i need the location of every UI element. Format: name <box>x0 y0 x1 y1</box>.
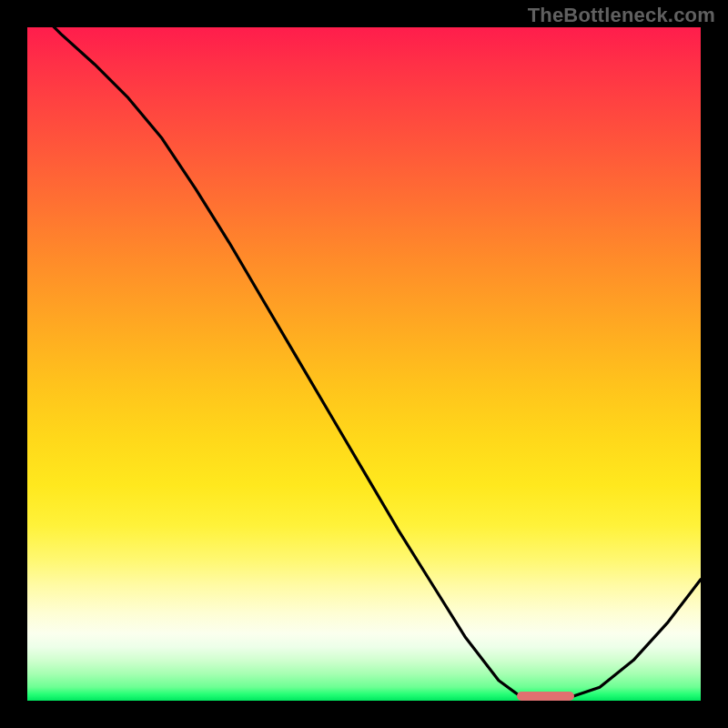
watermark-text: TheBottleneck.com <box>528 4 715 27</box>
optimal-range-marker <box>517 692 574 701</box>
bottleneck-curve <box>27 27 701 701</box>
line-chart-svg <box>27 27 701 701</box>
plot-area <box>27 27 701 701</box>
chart-container: TheBottleneck.com <box>0 0 728 728</box>
